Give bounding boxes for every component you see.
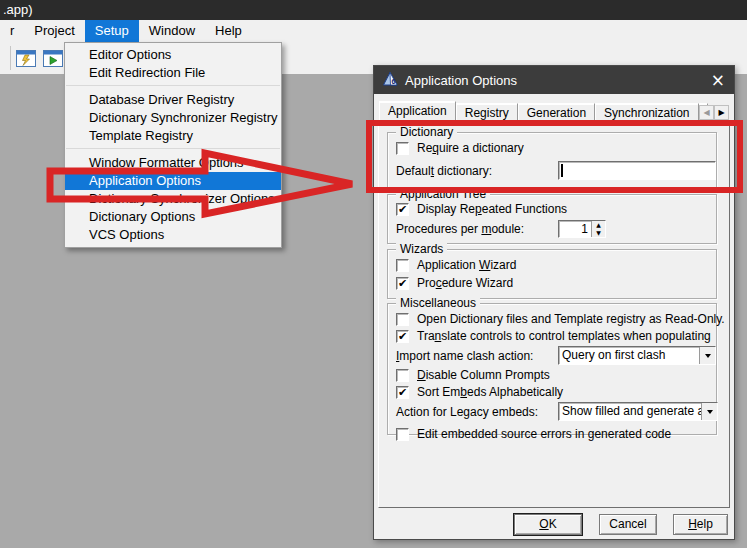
menu-item-template-registry[interactable]: Template Registry [65, 127, 281, 145]
miscellaneous-group-title: Miscellaneous [396, 296, 480, 310]
miscellaneous-group: Miscellaneous Open Dictionary files and … [387, 303, 717, 435]
tab-synchronization[interactable]: Synchronization [595, 103, 698, 121]
cancel-button[interactable]: Cancel [599, 514, 657, 535]
edit-embedded-label: Edit embedded source errors in generated… [417, 427, 671, 441]
default-dictionary-input[interactable] [558, 161, 716, 180]
application-wizard-checkbox[interactable] [396, 259, 409, 272]
menu-item-database-driver-registry[interactable]: Database Driver Registry [65, 91, 281, 109]
open-readonly-label: Open Dictionary files and Template regis… [417, 312, 725, 326]
application-tree-group: Application Tree ✔ Display Repeated Func… [387, 194, 717, 244]
dialog-titlebar: 6 Application Options × [374, 66, 734, 94]
window-title: .app) [3, 2, 33, 17]
application-options-dialog: 6 Application Options × ApplicationRegis… [373, 65, 735, 540]
menubar: rProjectSetupWindowHelp [0, 20, 747, 42]
help-button[interactable]: Help [673, 514, 728, 535]
toolbar-separator [10, 46, 11, 70]
application-tab-page: Dictionary Require a dictionary Default … [378, 121, 730, 508]
procedures-per-module-stepper[interactable]: 1 ▲ ▼ [558, 220, 606, 238]
edit-embedded-checkbox[interactable] [396, 428, 409, 441]
menu-item-editor-options[interactable]: Editor Options [65, 46, 281, 64]
menu-item-dictionary-synchronizer-options[interactable]: Dictionary Synchronizer Options [65, 190, 281, 208]
procedure-wizard-checkbox[interactable]: ✔ [396, 277, 409, 290]
menubar-item-window[interactable]: Window [139, 20, 205, 42]
spin-down-icon[interactable]: ▼ [592, 229, 605, 237]
tab-application[interactable]: Application [379, 101, 456, 122]
spin-up-icon[interactable]: ▲ [592, 221, 605, 229]
sort-embeds-label: Sort Embeds Alphabetically [417, 385, 563, 399]
import-clash-dropdown[interactable]: Query on first clash [558, 346, 716, 365]
tab-registry[interactable]: Registry [456, 103, 518, 121]
tab-generation[interactable]: Generation [518, 103, 595, 121]
menu-separator [66, 85, 280, 88]
application-wizard-label: Application Wizard [417, 258, 516, 272]
menu-item-vcs-options[interactable]: VCS Options [65, 226, 281, 244]
menu-item-application-options[interactable]: Application Options [65, 172, 281, 190]
tab-scroll-right-icon[interactable]: ▶ [714, 105, 729, 120]
menubar-item-setup[interactable]: Setup [85, 20, 139, 42]
disable-column-prompts-checkbox[interactable] [396, 369, 409, 382]
menubar-item-project[interactable]: Project [24, 20, 84, 42]
svg-text:6: 6 [391, 78, 395, 85]
translate-controls-checkbox[interactable]: ✔ [396, 330, 409, 343]
require-dictionary-label: Require a dictionary [417, 141, 524, 155]
dictionary-group: Dictionary Require a dictionary Default … [387, 132, 717, 188]
ok-button[interactable]: OK [514, 514, 582, 535]
menu-separator [66, 148, 280, 151]
procedures-per-module-label: Procedures per module: [396, 222, 558, 236]
open-readonly-checkbox[interactable] [396, 313, 409, 326]
app-window: .app) rProjectSetupWindowHelp Editor Opt… [0, 0, 747, 548]
close-icon[interactable]: × [711, 72, 725, 89]
tab-scroll-arrows: ◀ ▶ [699, 105, 729, 120]
dictionary-group-title: Dictionary [396, 125, 457, 139]
wizards-group-title: Wizards [396, 242, 447, 256]
application-tree-group-title: Application Tree [396, 187, 490, 201]
menu-item-edit-redirection-file[interactable]: Edit Redirection File [65, 64, 281, 82]
legacy-embeds-label: Action for Legacy embeds: [396, 405, 558, 419]
chevron-down-icon[interactable] [701, 403, 717, 420]
dialog-buttons: OK Cancel Help [374, 514, 734, 536]
chevron-down-icon[interactable] [699, 347, 715, 364]
sort-embeds-checkbox[interactable]: ✔ [396, 386, 409, 399]
display-repeated-functions-label: Display Repeated Functions [417, 202, 567, 216]
menubar-item-r[interactable]: r [0, 20, 24, 42]
menu-item-window-formatter-options[interactable]: Window Formatter Options [65, 154, 281, 172]
menu-item-dictionary-synchronizer-registry[interactable]: Dictionary Synchronizer Registry [65, 109, 281, 127]
require-dictionary-checkbox[interactable] [396, 142, 409, 155]
default-dictionary-label: Default dictionary: [396, 164, 558, 178]
import-clash-label: Import name clash action: [396, 349, 558, 363]
window-titlebar: .app) [0, 0, 747, 20]
disable-column-prompts-label: Disable Column Prompts [417, 368, 550, 382]
tab-scroll-left-icon[interactable]: ◀ [699, 105, 714, 120]
dialog-tabs: ApplicationRegistryGenerationSynchroniza… [379, 101, 708, 121]
legacy-embeds-dropdown[interactable]: Show filled and generate all [558, 402, 718, 421]
wizards-group: Wizards Application Wizard ✔ Procedure W… [387, 249, 717, 299]
display-repeated-functions-checkbox[interactable]: ✔ [396, 203, 409, 216]
dialog-title: Application Options [405, 73, 517, 88]
menubar-item-help[interactable]: Help [205, 20, 252, 42]
window-play-icon[interactable] [41, 48, 65, 69]
text-caret [561, 164, 563, 177]
translate-controls-label: Translate controls to control templates … [417, 329, 711, 343]
procedure-wizard-label: Procedure Wizard [417, 276, 513, 290]
window-lightning-icon[interactable] [14, 48, 38, 69]
menu-item-dictionary-options[interactable]: Dictionary Options [65, 208, 281, 226]
setup-menu: Editor OptionsEdit Redirection FileDatab… [64, 42, 282, 248]
clarion-app-icon: 6 [383, 72, 398, 89]
